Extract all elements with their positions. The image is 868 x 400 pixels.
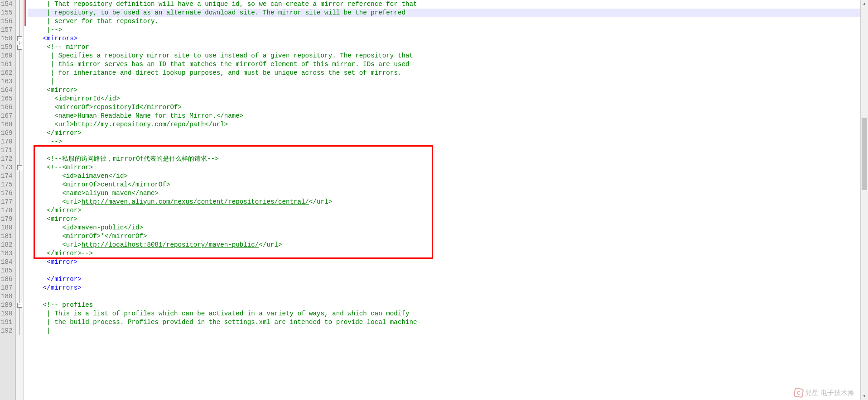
line-number[interactable]: 186	[1, 275, 13, 284]
line-number[interactable]: 190	[1, 310, 13, 318]
code-line[interactable]: <!--私服的访问路径，mirrorOf代表的是什么样的请求-->	[28, 155, 868, 163]
code-line[interactable]: <mirror>	[28, 215, 868, 224]
line-number[interactable]: 169	[1, 129, 13, 138]
fold-toggle[interactable]: −	[17, 165, 22, 170]
code-line[interactable]: <name>Human Readable Name for this Mirro…	[28, 112, 868, 120]
line-number[interactable]: 174	[1, 172, 13, 181]
fold-toggle[interactable]: −	[17, 303, 22, 308]
line-number[interactable]: 181	[1, 232, 13, 241]
code-line[interactable]: <!--<mirror>	[28, 163, 868, 172]
line-number[interactable]: 184	[1, 258, 13, 267]
line-number[interactable]: 173	[1, 163, 13, 172]
code-line[interactable]: </mirror>	[28, 275, 868, 284]
code-line[interactable]: <id>maven-public</id>	[28, 224, 868, 232]
code-line[interactable]: <mirrorOf>*</mirrorOf>	[28, 232, 868, 241]
code-line[interactable]: | repository, to be used as an alternate…	[28, 9, 868, 17]
line-number[interactable]: 160	[1, 52, 13, 60]
line-number[interactable]: 161	[1, 60, 13, 69]
code-area[interactable]: | That repository definition will have a…	[28, 0, 868, 400]
line-number[interactable]: 163	[1, 77, 13, 86]
line-number[interactable]: 191	[1, 318, 13, 327]
line-number[interactable]: 171	[1, 146, 13, 155]
line-number[interactable]: 165	[1, 95, 13, 103]
code-line[interactable]: | for inheritance and direct lookup purp…	[28, 69, 868, 77]
line-number[interactable]: 187	[1, 284, 13, 292]
code-line[interactable]: </mirror>-->	[28, 249, 868, 258]
line-number[interactable]: 168	[1, 120, 13, 129]
line-number[interactable]: 189	[1, 301, 13, 310]
vertical-scrollbar[interactable]: ▲ ▼	[860, 0, 868, 400]
line-number[interactable]: 176	[1, 189, 13, 198]
code-line[interactable]	[28, 267, 868, 275]
line-number[interactable]: 154	[1, 0, 13, 9]
watermark-logo-icon: C	[794, 388, 804, 398]
code-line[interactable]: <name>aliyun maven</name>	[28, 189, 868, 198]
code-line[interactable]: <id>mirrorId</id>	[28, 95, 868, 103]
code-line[interactable]: <mirror>	[28, 258, 868, 267]
code-line[interactable]: <mirrors>	[28, 34, 868, 43]
code-line[interactable]: | this mirror serves has an ID that matc…	[28, 60, 868, 69]
line-number[interactable]: 180	[1, 224, 13, 232]
code-line[interactable]: <mirror>	[28, 86, 868, 95]
line-number[interactable]: 155	[1, 9, 13, 17]
code-line[interactable]: | This is a list of profiles which can b…	[28, 310, 868, 318]
line-number[interactable]: 175	[1, 181, 13, 189]
fold-toggle[interactable]: −	[17, 45, 22, 50]
code-line[interactable]: |-->	[28, 26, 868, 34]
line-number-gutter[interactable]: 1541551561571581591601611621631641651661…	[0, 0, 16, 400]
fold-toggle[interactable]: −	[17, 36, 22, 41]
line-number[interactable]: 185	[1, 267, 13, 275]
line-number[interactable]: 183	[1, 249, 13, 258]
code-line[interactable]: -->	[28, 138, 868, 146]
code-line[interactable]: | That repository definition will have a…	[28, 0, 868, 9]
code-line[interactable]	[28, 146, 868, 155]
line-number[interactable]: 162	[1, 69, 13, 77]
code-line[interactable]: |	[28, 327, 868, 335]
line-number[interactable]: 179	[1, 215, 13, 224]
code-line[interactable]: <!-- mirror	[28, 43, 868, 52]
code-line[interactable]: <id>alimaven</id>	[28, 172, 868, 181]
watermark-text: 兒星 电子技术摊	[805, 389, 854, 397]
line-number[interactable]: 156	[1, 17, 13, 26]
line-number[interactable]: 166	[1, 103, 13, 112]
code-line[interactable]: <url>http://localhost:8081/repository/ma…	[28, 241, 868, 249]
change-marker-gutter	[24, 0, 28, 400]
code-line[interactable]: <!-- profiles	[28, 301, 868, 310]
line-number[interactable]: 170	[1, 138, 13, 146]
code-line[interactable]: | Specifies a repository mirror site to …	[28, 52, 868, 60]
code-line[interactable]: <url>http://my.repository.com/repo/path<…	[28, 120, 868, 129]
scroll-thumb[interactable]	[862, 118, 867, 190]
code-line[interactable]: </mirror>	[28, 206, 868, 215]
scroll-down-arrow[interactable]: ▼	[861, 392, 868, 400]
line-number[interactable]: 182	[1, 241, 13, 249]
code-line[interactable]: | the build process. Profiles provided i…	[28, 318, 868, 327]
code-line[interactable]: |	[28, 77, 868, 86]
code-line[interactable]: <url>http://maven.aliyun.com/nexus/conte…	[28, 198, 868, 206]
code-editor[interactable]: 1541551561571581591601611621631641651661…	[0, 0, 868, 400]
fold-gutter[interactable]: −−−−	[16, 0, 24, 400]
line-number[interactable]: 192	[1, 327, 13, 335]
line-number[interactable]: 172	[1, 155, 13, 163]
code-line[interactable]: <mirrorOf>central</mirrorOf>	[28, 181, 868, 189]
line-number[interactable]: 178	[1, 206, 13, 215]
line-number[interactable]: 157	[1, 26, 13, 34]
code-line[interactable]: | server for that repository.	[28, 17, 868, 26]
line-number[interactable]: 159	[1, 43, 13, 52]
code-line[interactable]	[28, 292, 868, 301]
code-line[interactable]: <mirrorOf>repositoryId</mirrorOf>	[28, 103, 868, 112]
change-marker	[24, 0, 26, 26]
code-line[interactable]: </mirror>	[28, 129, 868, 138]
scroll-up-arrow[interactable]: ▲	[861, 0, 868, 8]
line-number[interactable]: 177	[1, 198, 13, 206]
watermark: C 兒星 电子技术摊	[794, 388, 854, 397]
line-number[interactable]: 167	[1, 112, 13, 120]
line-number[interactable]: 158	[1, 34, 13, 43]
code-line[interactable]: </mirrors>	[28, 284, 868, 292]
line-number[interactable]: 188	[1, 292, 13, 301]
line-number[interactable]: 164	[1, 86, 13, 95]
